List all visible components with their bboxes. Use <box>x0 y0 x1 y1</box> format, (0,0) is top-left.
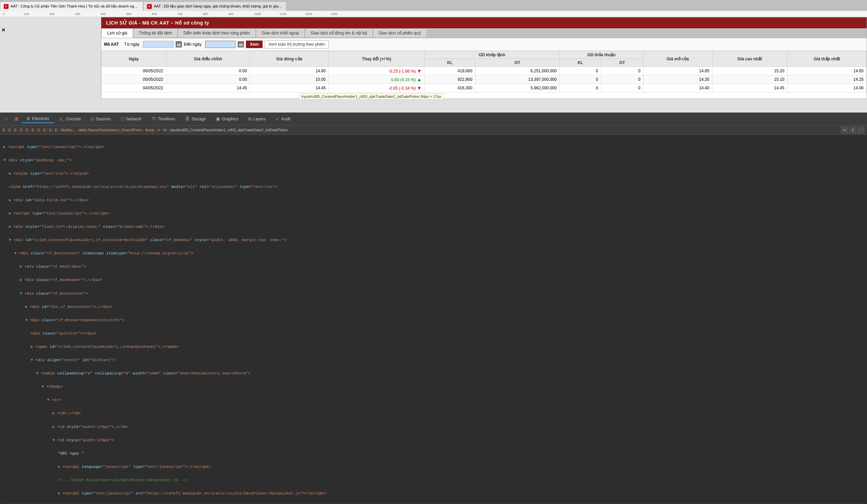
td-gia-dong-cua: 14.45 <box>250 84 329 93</box>
bc-div[interactable]: div#div... <box>61 128 75 132</box>
th-thoa-gt: GT <box>601 59 643 67</box>
browser-tab-1[interactable]: F AAT : Công ty Cổ phần Tiên Sơn Thanh H… <box>0 1 143 11</box>
bc-expand-icon[interactable]: ⇔ <box>841 127 848 133</box>
bc-tbody[interactable]: tbody <box>145 128 154 132</box>
bc-table[interactable]: table.SearchDataHistory_SearchForm <box>78 128 142 132</box>
bc-e1[interactable]: E <box>3 128 5 132</box>
code-line: ▶ <td style="width:170px">…</td> <box>3 423 864 430</box>
bc-e7[interactable]: E <box>38 128 40 132</box>
bc-e5[interactable]: E <box>26 128 28 132</box>
bc-e4[interactable]: E <box>20 128 22 132</box>
tab-layers[interactable]: ⧉ Layers <box>244 115 270 123</box>
den-ngay-input[interactable] <box>205 41 236 48</box>
td-gia-cao: 14.45 <box>712 84 787 93</box>
td-gia-thap: 14.00 <box>787 84 866 93</box>
bc-icon-btns: ⇔ ⎙ ⋯ <box>841 127 864 133</box>
code-line: ▼ <div class="cf_ResearchDataHistoryInfo… <box>3 317 864 324</box>
tab-sources[interactable]: ⌸ Sources <box>86 115 115 123</box>
td-gia-thap: 14.25 <box>787 75 866 84</box>
td-gia-dong-cua: 14.80 <box>250 67 329 75</box>
tab-thong-ke-dat-lenh[interactable]: Thống kê đặt lệnh <box>133 28 178 38</box>
bc-e9[interactable]: E <box>49 128 52 132</box>
tab-network-label: Network <box>126 117 141 121</box>
td-gt: 6,251,000,000 <box>475 67 559 75</box>
tab-timelines[interactable]: ⏱ Timelines <box>147 115 180 123</box>
tab-network[interactable]: ⬡ Network <box>116 115 146 123</box>
bc-input: input#ctl00_ContentPlaceHolder1_ctl03_dp… <box>170 128 288 132</box>
code-line: ▶ <div style="float:left;display:none;" … <box>3 223 864 230</box>
th-khop-gt: GT <box>475 59 559 67</box>
td-thoa-kl: 0 <box>560 84 601 93</box>
breadcrumb-bar: E› E› E› E› E› E› E› E› E› E› div#div...… <box>0 126 867 135</box>
code-line: ▼ <div style="padding: 4px;"> <box>3 157 864 164</box>
tab-dien-bien-khop[interactable]: Diễn biến khớp lệnh theo từng phiên <box>178 28 256 38</box>
ruler-mark: 0 <box>3 12 4 16</box>
data-table: Ngày Giá điều chỉnh Giá đóng cửa Thay đổ… <box>101 51 867 93</box>
bc-e10[interactable]: E <box>55 128 57 132</box>
code-line: ▼ <tr> <box>3 397 864 404</box>
code-line: ▼ <tbody> <box>3 383 864 390</box>
devtools-panel: ⊹ ⚠ ⊞ Elements ≥_ Console ⌸ Sources ⬡ Ne… <box>0 112 867 504</box>
code-line: "Đến ngày " <box>3 450 864 457</box>
tab-giao-dich-khoi-ngoai[interactable]: Giao dịch khối ngoại <box>256 28 305 38</box>
tab-audit-label: Audit <box>281 117 290 121</box>
td-date: 05/05/2022 <box>101 75 167 84</box>
network-icon: ⬡ <box>121 116 125 121</box>
td-thay-doi: -0.05 (-0.34 %) ▼ <box>329 84 424 93</box>
close-button[interactable]: ✕ <box>1 27 6 33</box>
tab-storage[interactable]: 🗄 Storage <box>180 115 211 123</box>
ma-label: Mã AAT <box>104 42 119 47</box>
browser-tab-2[interactable]: F AAT : Dữ liệu giao dịch hàng ngày, giá… <box>143 1 287 11</box>
tab-favicon-1: F <box>4 4 9 9</box>
code-line: ▶ <script type="text/javascript">…</scri… <box>3 143 864 150</box>
ruler-mark: 900 <box>228 12 234 16</box>
tab-lich-su-gia[interactable]: Lịch sử giá <box>101 28 133 38</box>
code-line: ▶ <div id="div_cf_BoxContent">…</div> <box>3 303 864 310</box>
td-kl: 922,800 <box>425 75 475 84</box>
bc-e3[interactable]: E <box>14 128 17 132</box>
th-thay-doi: Thay đổi (+/-%) <box>329 51 424 67</box>
td-thoa-kl: 0 <box>560 67 601 75</box>
td-thoa-gt: 0 <box>601 84 643 93</box>
audit-icon: ✓ <box>276 116 279 121</box>
td-thoa-kl: 0 <box>560 75 601 84</box>
page-area: LỊCH SỬ GIÁ - Mã CK AAT – Hồ sơ công ty … <box>101 17 867 99</box>
bc-settings-icon[interactable]: ⋯ <box>857 127 864 133</box>
td-gt: 5,962,000,000 <box>475 84 559 93</box>
td-gia-cao: 15.10 <box>712 75 787 84</box>
market-button[interactable]: Xem toàn thị trường theo phiên <box>265 40 329 49</box>
td-gia-dc: 0.00 <box>166 67 250 75</box>
tab-giao-dich-co-phieu[interactable]: Giao dịch cổ phiếu quỹ <box>373 28 427 38</box>
td-gia-cao: 15.20 <box>712 67 787 75</box>
bc-tr[interactable]: tr <box>158 128 160 132</box>
code-line: ▶ <script type="text/javascript">…</scri… <box>3 210 864 217</box>
td-gia-thap: 14.65 <box>787 67 866 75</box>
devtools-cursor-icon[interactable]: ⊹ <box>1 114 11 124</box>
tab-giao-dich-co-dong[interactable]: Giao dịch cổ đông lớn & nội bộ <box>305 28 373 38</box>
th-gd-thoa-label: GD thỏa thuận <box>560 51 643 59</box>
td-thoa-gt: 0 <box>601 75 643 84</box>
calendar-icon-2[interactable]: 📅 <box>238 41 244 47</box>
ruler-mark: 300 <box>75 12 80 16</box>
devtools-error-icon[interactable]: ⚠ <box>12 114 21 124</box>
table-row: 06/05/2022 0.00 14.80 -0.25 (-1.66 %) ▼ … <box>101 67 867 75</box>
ruler-mark: 1300 <box>331 12 338 16</box>
th-gia-cao: Giá cao nhất <box>712 51 787 67</box>
tab-elements[interactable]: ⊞ Elements <box>22 115 54 123</box>
bc-e8[interactable]: E <box>43 128 46 132</box>
tab-console[interactable]: ≥_ Console <box>55 115 86 123</box>
bc-print-icon[interactable]: ⎙ <box>849 127 856 133</box>
tab-audit[interactable]: ✓ Audit <box>271 115 295 123</box>
bc-e2[interactable]: E <box>9 128 11 132</box>
td-kl: 418,600 <box>425 67 475 75</box>
tab-label-1: AAT : Công ty Cổ phần Tiên Sơn Thanh Hóa… <box>11 4 139 9</box>
tab-graphics[interactable]: ▣ Graphics <box>211 115 243 123</box>
td-thoa-gt: 0 <box>601 67 643 75</box>
bc-e6[interactable]: E <box>32 128 34 132</box>
page-title: LỊCH SỬ GIÁ - Mã CK AAT – Hồ sơ công ty <box>106 20 209 25</box>
calendar-icon-1[interactable]: 📅 <box>176 41 182 47</box>
xem-button[interactable]: Xem <box>246 41 263 48</box>
down-arrow-icon: ▼ <box>417 85 421 91</box>
tu-ngay-input[interactable] <box>143 41 174 48</box>
bc-td[interactable]: td <box>163 128 167 132</box>
